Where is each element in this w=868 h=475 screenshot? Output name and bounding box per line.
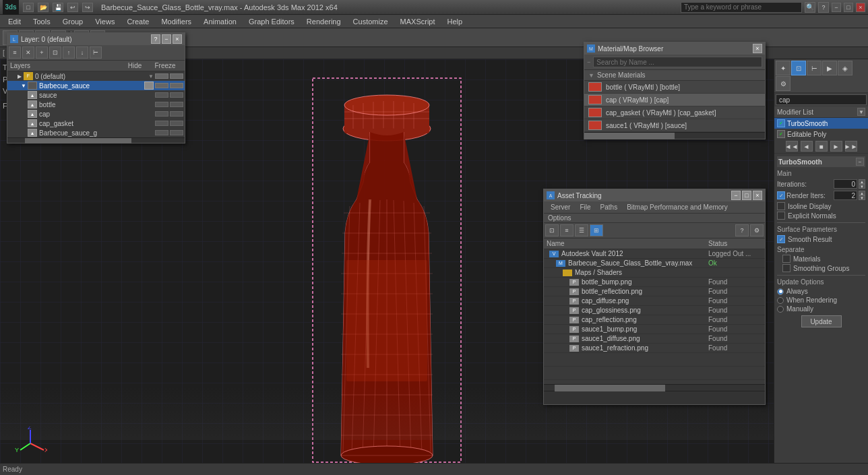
cap-name-input[interactable] bbox=[776, 94, 867, 105]
asset-tb-btn4[interactable]: ⊞ bbox=[590, 224, 603, 236]
asset-tb-btn3[interactable]: ☰ bbox=[575, 224, 588, 236]
asset-tb-help[interactable]: ? bbox=[735, 224, 749, 236]
asset-tracking-titlebar[interactable]: A Asset Tracking − □ × bbox=[544, 189, 765, 201]
asset-row-bottle-bump[interactable]: P bottle_bump.png Found bbox=[544, 278, 765, 287]
update-button[interactable]: Update bbox=[801, 315, 842, 327]
nav-play-btn[interactable]: ◄ bbox=[801, 141, 813, 152]
render-iters-checkbox[interactable]: ✓ bbox=[777, 191, 785, 199]
iterations-input[interactable] bbox=[834, 179, 857, 189]
menu-create[interactable]: Create bbox=[121, 16, 154, 27]
asset-menu-bitmap[interactable]: Bitmap Performance and Memory bbox=[623, 203, 732, 212]
layer-row-barbecue-sauce-g[interactable]: ▲ Barbecue_sauce_g bbox=[7, 128, 185, 137]
asset-panel-close[interactable]: × bbox=[753, 191, 762, 200]
explicit-normals-checkbox[interactable] bbox=[777, 212, 785, 220]
layer-tool-4[interactable]: ⊡ bbox=[49, 46, 61, 59]
asset-menu-paths[interactable]: Paths bbox=[596, 203, 622, 212]
minimize-btn[interactable]: − bbox=[832, 3, 841, 12]
menu-tools[interactable]: Tools bbox=[28, 16, 56, 27]
layer-tool-1[interactable]: ≡ bbox=[9, 46, 21, 59]
menu-edit[interactable]: Edit bbox=[3, 16, 26, 27]
nav-stop-btn[interactable]: ■ bbox=[815, 141, 828, 152]
menu-graph-editors[interactable]: Graph Editors bbox=[243, 16, 300, 27]
menu-animation[interactable]: Animation bbox=[198, 16, 242, 27]
material-scrollbar-thumb[interactable] bbox=[584, 133, 675, 139]
layer-row-cap-gasket[interactable]: ▲ cap_gasket bbox=[7, 119, 185, 128]
maximize-btn[interactable]: □ bbox=[844, 3, 853, 12]
rp-utilities-icon[interactable]: ⚙ bbox=[776, 76, 790, 91]
always-row[interactable]: Always bbox=[777, 288, 865, 295]
rp-modify-icon[interactable]: ⊡ bbox=[791, 61, 806, 75]
asset-panel-maximize[interactable]: □ bbox=[742, 191, 751, 200]
asset-scrollbar-thumb[interactable] bbox=[555, 385, 665, 391]
material-section-header[interactable]: ▼ Scene Materials bbox=[584, 70, 765, 81]
render-iters-down[interactable]: ▼ bbox=[859, 195, 865, 200]
manually-row[interactable]: Manually bbox=[777, 305, 865, 313]
layer-scrollbar-thumb[interactable] bbox=[25, 138, 131, 144]
layer-tool-2[interactable]: ✕ bbox=[22, 46, 34, 59]
modifier-turbosmooth[interactable]: ✓ TurboSmooth bbox=[774, 118, 868, 129]
asset-row-cap-reflection[interactable]: P cap_reflection.png Found bbox=[544, 315, 765, 325]
asset-row-sauce1-bump[interactable]: P sauce1_bump.png Found bbox=[544, 325, 765, 334]
asset-tb-btn2[interactable]: ≡ bbox=[560, 224, 574, 236]
nav-prev-btn[interactable]: ◄◄ bbox=[786, 141, 798, 152]
modifier-editable-poly[interactable]: ✓ Editable Poly bbox=[774, 129, 868, 139]
mat-row-cap-gasket[interactable]: cap_gasket ( VRayMtl ) [cap_gasket] bbox=[584, 106, 765, 119]
layer-row-cap[interactable]: ▲ cap bbox=[7, 109, 185, 119]
iterations-spinner[interactable]: ▲ ▼ bbox=[859, 179, 865, 189]
render-iters-up[interactable]: ▲ bbox=[859, 191, 865, 195]
search-input[interactable] bbox=[681, 2, 802, 13]
asset-scrollbar-h[interactable] bbox=[544, 384, 765, 391]
asset-tb-settings[interactable]: ⚙ bbox=[750, 224, 764, 236]
layer-row-barbecue-sauce[interactable]: ▼ Barbecue_sauce bbox=[7, 81, 185, 90]
menu-maxscript[interactable]: MAXScript bbox=[395, 16, 441, 27]
layer-row-default[interactable]: ▶ F 0 (default) ▼ bbox=[7, 71, 185, 81]
asset-panel-minimize[interactable]: − bbox=[731, 191, 741, 200]
menu-customize[interactable]: Customize bbox=[348, 16, 394, 27]
nav-end-btn[interactable]: ►► bbox=[845, 141, 857, 152]
smoothing-groups-checkbox[interactable] bbox=[782, 264, 790, 272]
menu-modifiers[interactable]: Modifiers bbox=[156, 16, 197, 27]
close-btn[interactable]: × bbox=[856, 3, 865, 12]
layer-panel-question[interactable]: ? bbox=[151, 34, 160, 44]
layer-panel-close[interactable]: × bbox=[173, 34, 182, 44]
open-file-btn[interactable]: 📂 bbox=[38, 3, 49, 12]
layer-row-bottle[interactable]: ▲ bottle bbox=[7, 100, 185, 109]
rp-create-icon[interactable]: ✦ bbox=[776, 61, 790, 75]
layer-scrollbar[interactable] bbox=[7, 137, 185, 143]
layer-panel-titlebar[interactable]: L Layer: 0 (default) ? − × bbox=[7, 33, 185, 45]
asset-options-row[interactable]: Options bbox=[544, 214, 765, 223]
render-iters-input[interactable] bbox=[834, 191, 857, 200]
menu-group[interactable]: Group bbox=[57, 16, 89, 27]
materials-checkbox[interactable] bbox=[782, 255, 790, 263]
asset-row-max-file[interactable]: M Barbecue_Sauce_Glass_Bottle_vray.max O… bbox=[544, 259, 765, 268]
asset-row-cap-glossiness[interactable]: P cap_glossiness.png Found bbox=[544, 306, 765, 315]
modifier-list-dropdown-btn[interactable]: ▼ bbox=[857, 108, 865, 116]
rp-motion-icon[interactable]: ▶ bbox=[822, 61, 837, 75]
asset-menu-file[interactable]: File bbox=[576, 203, 594, 212]
render-iters-spinner[interactable]: ▲ ▼ bbox=[859, 191, 865, 200]
search-btn[interactable]: 🔍 bbox=[805, 2, 815, 13]
asset-menu-server[interactable]: Server bbox=[547, 203, 574, 212]
rp-display-icon[interactable]: ◈ bbox=[838, 61, 852, 75]
menu-views[interactable]: Views bbox=[90, 16, 120, 27]
isoline-checkbox[interactable] bbox=[777, 202, 785, 210]
asset-tb-btn1[interactable]: ⊡ bbox=[545, 224, 559, 236]
ts-minimize-btn[interactable]: − bbox=[856, 158, 864, 166]
mat-row-sauce1[interactable]: sauce1 ( VRayMtl ) [sauce] bbox=[584, 119, 765, 132]
layer-tool-5[interactable]: ↑ bbox=[63, 46, 75, 59]
asset-row-cap-diffuse[interactable]: P cap_diffuse.png Found bbox=[544, 296, 765, 306]
mat-row-bottle[interactable]: bottle ( VRayMtl ) [bottle] bbox=[584, 81, 765, 94]
menu-help[interactable]: Help bbox=[442, 16, 468, 27]
iterations-down[interactable]: ▼ bbox=[859, 184, 865, 189]
layer-tool-6[interactable]: ↓ bbox=[76, 46, 88, 59]
undo-btn[interactable]: ↩ bbox=[67, 3, 78, 12]
mat-row-cap[interactable]: cap ( VRayMtl ) [cap] bbox=[584, 94, 765, 106]
new-file-btn[interactable]: □ bbox=[23, 3, 34, 12]
menu-rendering[interactable]: Rendering bbox=[301, 16, 346, 27]
layer-tool-3[interactable]: + bbox=[36, 46, 48, 59]
iterations-up[interactable]: ▲ bbox=[859, 179, 865, 184]
material-browser-close[interactable]: × bbox=[753, 44, 762, 53]
smooth-result-checkbox[interactable]: ✓ bbox=[777, 235, 785, 243]
when-rendering-radio[interactable] bbox=[777, 297, 784, 304]
layer-row-sauce[interactable]: ▲ sauce bbox=[7, 90, 185, 100]
